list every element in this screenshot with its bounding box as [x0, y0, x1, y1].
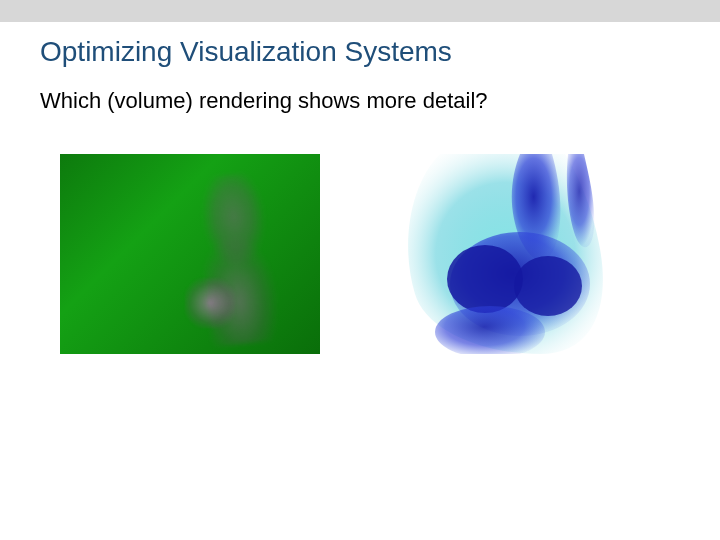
slide-title: Optimizing Visualization Systems — [40, 36, 680, 68]
slide-question: Which (volume) rendering shows more deta… — [40, 88, 680, 114]
rendering-right — [370, 154, 630, 354]
header-bar — [0, 0, 720, 22]
bone-highlight-icon — [185, 278, 235, 328]
joint-volume-icon — [370, 154, 630, 354]
rendering-left — [60, 154, 320, 354]
rendering-row — [40, 154, 680, 354]
slide-content: Optimizing Visualization Systems Which (… — [0, 22, 720, 354]
svg-point-2 — [514, 256, 582, 316]
svg-point-1 — [447, 245, 523, 313]
